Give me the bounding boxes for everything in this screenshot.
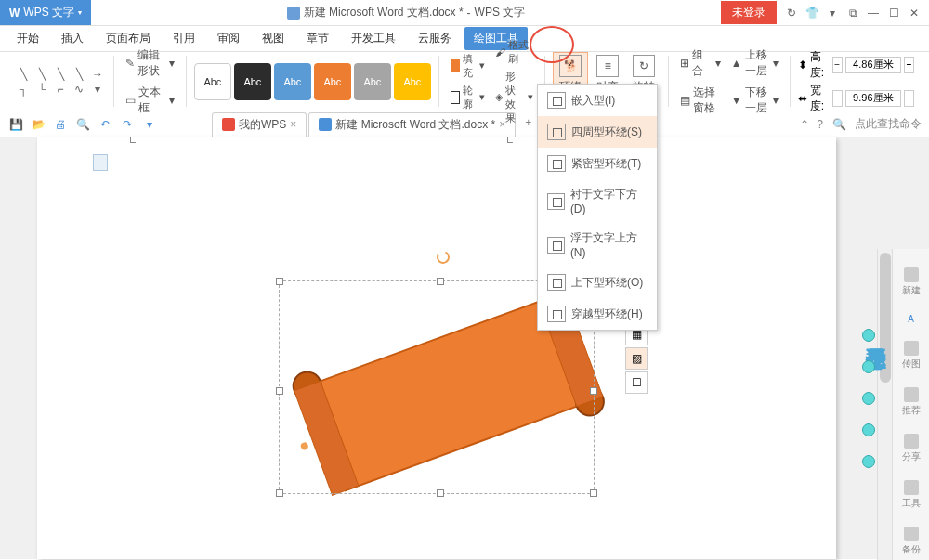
page-indent-marker[interactable]	[93, 154, 108, 171]
menu-cloud[interactable]: 云服务	[409, 27, 461, 50]
width-minus[interactable]: −	[832, 90, 843, 107]
style-orange[interactable]: Abc	[314, 63, 351, 100]
help-icon[interactable]: ?	[817, 118, 823, 131]
vertical-scrollbar[interactable]	[877, 249, 892, 560]
connector2[interactable]: └	[33, 83, 50, 96]
save-icon[interactable]: 💾	[7, 116, 24, 133]
menu-start[interactable]: 开始	[7, 27, 48, 50]
sidebar-new[interactable]: 新建	[902, 267, 921, 297]
wrap-option-topbottom[interactable]: 上下型环绕(O)	[538, 267, 657, 298]
outline-swatch-icon	[451, 91, 460, 104]
float-fill-btn[interactable]: ▨	[625, 347, 648, 370]
shirt-icon[interactable]: 👕	[803, 4, 821, 22]
wrap-square-icon	[547, 124, 566, 140]
select-pane-button[interactable]: ▤选择窗格	[676, 83, 725, 118]
width-input[interactable]	[845, 90, 901, 107]
watermark-dots	[862, 329, 875, 468]
sidebar-share[interactable]: 分享	[902, 434, 921, 463]
preview-icon[interactable]: 🔍	[74, 116, 91, 133]
height-input[interactable]	[845, 57, 901, 73]
more-shapes[interactable]: ▾	[89, 83, 106, 96]
width-plus[interactable]: +	[904, 90, 914, 107]
menu-view[interactable]: 视图	[253, 27, 294, 50]
sidebar-tools[interactable]: 工具	[902, 480, 921, 510]
brush-icon: 🖌	[495, 46, 505, 58]
wrap-option-behind[interactable]: 衬于文字下方(D)	[538, 179, 657, 223]
style-white[interactable]: Abc	[194, 63, 231, 100]
collapse-ribbon-icon[interactable]: ⌃	[800, 118, 809, 131]
dropdown-icon[interactable]: ▾	[823, 4, 842, 22]
select-pane-icon: ▤	[680, 94, 690, 107]
line-shape[interactable]: ╲	[15, 68, 32, 81]
width-icon: ⬌	[798, 92, 807, 105]
height-plus[interactable]: +	[904, 57, 914, 73]
shape-tools-group: ╲ ╲ ╲ ╲ → ┐ └ ⌐ ∿ ▾	[7, 56, 114, 107]
height-icon: ⬍	[798, 59, 807, 72]
connector4[interactable]: ∿	[71, 83, 87, 96]
tab-my-wps[interactable]: 我的WPS ×	[212, 112, 307, 137]
arrange-group: ⊞组合 ▾ ▤选择窗格 ▲上移一层 ▾ ▼下移一层 ▾	[669, 56, 791, 107]
login-status[interactable]: 未登录	[721, 1, 777, 24]
tab-document[interactable]: 新建 Microsoft Word 文档.docx * ×	[308, 112, 516, 137]
line-shape4[interactable]: ╲	[71, 68, 87, 81]
style-gold[interactable]: Abc	[394, 63, 431, 100]
sidebar-recommend[interactable]: 推荐	[902, 387, 921, 417]
format-a-icon: A	[908, 314, 914, 324]
height-minus[interactable]: −	[832, 57, 843, 73]
group-button[interactable]: ⊞组合 ▾	[676, 46, 725, 81]
minimize-icon[interactable]: —	[864, 4, 883, 22]
fill-button[interactable]: 填充 ▾	[447, 51, 489, 81]
format-painter-button[interactable]: 🖌格式刷	[491, 37, 537, 67]
style-blue[interactable]: Abc	[274, 63, 311, 100]
menu-dev-tools[interactable]: 开发工具	[342, 27, 405, 50]
search-icon[interactable]: 🔍	[831, 116, 847, 133]
edit-shape-button[interactable]: ✎ 编辑形状 ▾	[122, 46, 178, 81]
print-icon[interactable]: 🖨	[52, 116, 69, 133]
group-icon: ⊞	[680, 57, 689, 70]
close-icon[interactable]: ✕	[905, 4, 923, 22]
line-shape3[interactable]: ╲	[52, 68, 69, 81]
sidebar-backup[interactable]: 备份	[902, 527, 921, 556]
bring-forward-button[interactable]: ▲上移一层 ▾	[727, 46, 782, 81]
scrollbar-thumb[interactable]	[880, 253, 891, 383]
wrap-behind-icon	[547, 193, 565, 210]
shape-effects-button[interactable]: ◈形状效果 ▾	[491, 69, 537, 126]
wrap-option-inline[interactable]: 嵌入型(I)	[538, 85, 657, 116]
connector3[interactable]: ⌐	[52, 83, 69, 96]
search-prompt[interactable]: 点此查找命令	[855, 116, 922, 132]
open-icon[interactable]: 📂	[30, 116, 46, 133]
wrap-option-front[interactable]: 浮于文字上方(N)	[538, 223, 657, 267]
send-backward-button[interactable]: ▼下移一层 ▾	[727, 83, 782, 118]
float-outline-btn[interactable]: ☐	[625, 371, 648, 394]
undo-icon[interactable]: ↶	[97, 116, 113, 133]
wrap-tight-icon	[547, 155, 566, 172]
window-title: 新建 Microsoft Word 文档.docx * - WPS 文字	[91, 5, 721, 20]
menu-review[interactable]: 审阅	[208, 27, 249, 50]
menu-insert[interactable]: 插入	[52, 27, 93, 50]
style-black[interactable]: Abc	[234, 63, 271, 100]
line-shape2[interactable]: ╲	[33, 68, 50, 81]
wrap-option-through[interactable]: 穿越型环绕(H)	[538, 298, 657, 330]
app-menu[interactable]: WWPS 文字▾	[0, 0, 91, 25]
wrap-option-tight[interactable]: 紧密型环绕(T)	[538, 148, 657, 179]
maximize-icon[interactable]: ☐	[884, 4, 903, 22]
qat-dropdown[interactable]: ▾	[141, 116, 158, 133]
document-icon	[287, 7, 300, 20]
wrap-option-square[interactable]: 四周型环绕(S)	[538, 116, 657, 148]
menu-chapter[interactable]: 章节	[297, 27, 338, 50]
arrow-shape[interactable]: →	[89, 68, 106, 81]
redo-icon[interactable]: ↷	[119, 116, 136, 133]
outline-button[interactable]: 轮廓 ▾	[447, 83, 489, 112]
connector1[interactable]: ┐	[15, 83, 32, 96]
text-box-button[interactable]: ▭ 文本框 ▾	[122, 83, 178, 118]
wrap-inline-icon	[547, 92, 566, 109]
document-tabs: 我的WPS × 新建 Microsoft Word 文档.docx * × +	[212, 112, 539, 137]
restore-icon[interactable]: ⧉	[844, 4, 862, 22]
refresh-icon[interactable]: ↻	[782, 4, 801, 22]
tab-close[interactable]: ×	[290, 118, 296, 131]
document-page[interactable]: ▦ ▨ ☐	[37, 137, 836, 559]
sidebar-format[interactable]: A	[908, 314, 914, 324]
sidebar-image[interactable]: 传图	[902, 341, 921, 371]
window-controls: ↻ 👕 ▾ ⧉ — ☐ ✕	[777, 4, 929, 22]
style-gray[interactable]: Abc	[354, 63, 391, 100]
